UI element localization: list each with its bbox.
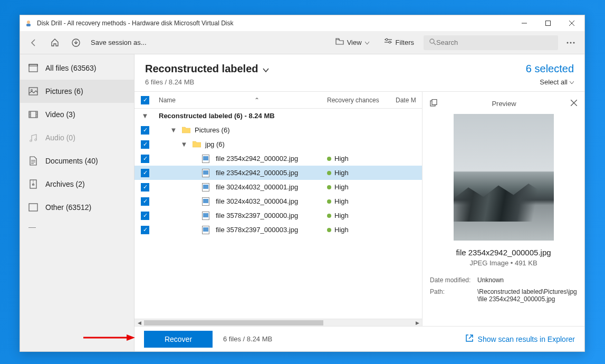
file-row[interactable]: file 3578x2397_000000.jpg High <box>135 208 422 223</box>
svg-point-11 <box>430 39 434 43</box>
status-dot-icon <box>327 228 331 232</box>
back-button[interactable] <box>25 34 42 51</box>
row-checkbox[interactable] <box>141 169 149 177</box>
svg-point-13 <box>567 42 569 43</box>
page-title[interactable]: Reconstructed labeled <box>145 63 269 75</box>
preview-pane: Preview file 2354x2942_000005.jpg JPEG I… <box>422 92 584 326</box>
svg-point-15 <box>573 42 575 43</box>
svg-rect-16 <box>29 64 37 72</box>
sidebar-item-documents[interactable]: Documents (40) <box>20 149 134 173</box>
column-name[interactable]: Name⌃ <box>156 97 327 104</box>
file-row[interactable]: file 3024x4032_000004.jpg High <box>135 194 422 208</box>
sidebar-item-label: Archives (2) <box>45 180 85 188</box>
home-button[interactable] <box>46 34 63 51</box>
sidebar-item-label: Other (63512) <box>45 203 91 212</box>
close-button[interactable] <box>560 15 583 31</box>
folder-icon <box>335 38 344 47</box>
copy-icon[interactable] <box>430 99 437 108</box>
archives-icon <box>28 179 38 189</box>
save-session-label: Save session as... <box>91 39 147 46</box>
svg-point-19 <box>31 90 33 91</box>
filters-button[interactable]: Filters <box>379 35 419 50</box>
expand-arrow-icon[interactable]: ▼ <box>180 140 188 148</box>
row-checkbox[interactable] <box>141 226 149 234</box>
selection-count: 6 selected <box>526 63 574 75</box>
row-checkbox[interactable] <box>141 183 149 191</box>
chevron-down-icon <box>263 63 269 75</box>
svg-point-8 <box>386 39 388 41</box>
select-all-checkbox[interactable] <box>141 96 149 104</box>
app-window: Disk Drill - All recovery methods - Hard… <box>20 15 585 352</box>
sidebar-item-video[interactable]: Video (3) <box>20 103 134 126</box>
audio-icon <box>28 133 38 142</box>
svg-point-14 <box>570 42 572 43</box>
svg-rect-3 <box>545 21 550 26</box>
sidebar-item-other[interactable]: Other (63512) <box>20 196 134 219</box>
row-checkbox[interactable] <box>141 212 149 220</box>
row-checkbox[interactable] <box>141 155 149 163</box>
search-input[interactable] <box>436 39 553 46</box>
page-subtitle: 6 files / 8.24 MB <box>145 78 269 86</box>
image-file-icon <box>202 212 210 220</box>
list-header: Name⌃ Recovery chances Date M <box>135 92 422 109</box>
tree-folder-row[interactable]: ▼jpg (6) <box>135 137 422 151</box>
file-row[interactable]: file 2354x2942_000002.jpg High <box>135 151 422 166</box>
scroll-left-icon[interactable]: ◀ <box>136 319 143 326</box>
app-icon <box>24 19 33 27</box>
search-icon <box>429 38 436 47</box>
status-dot-icon <box>327 214 331 218</box>
search-box[interactable] <box>424 35 558 50</box>
pictures-icon <box>28 87 38 96</box>
close-preview-button[interactable] <box>571 100 577 108</box>
image-file-icon <box>202 197 210 206</box>
sidebar-item-label: All files (63563) <box>45 64 97 72</box>
status-dot-icon <box>327 185 331 189</box>
sidebar-item-archives[interactable]: Archives (2) <box>20 173 134 196</box>
tree-root-row[interactable]: ▼ Reconstructed labeled (6) - 8.24 MB <box>135 109 422 123</box>
svg-rect-41 <box>203 170 208 175</box>
date-modified-value: Unknown <box>477 276 577 284</box>
svg-rect-51 <box>432 99 437 104</box>
column-date[interactable]: Date M <box>396 97 422 104</box>
footer: Recover 6 files / 8.24 MB Show scan resu… <box>135 326 584 351</box>
sidebar-item-label: Video (3) <box>45 110 75 119</box>
recover-button[interactable]: Recover <box>144 331 213 348</box>
documents-icon <box>28 156 38 166</box>
scroll-thumb[interactable] <box>144 320 323 325</box>
image-file-icon <box>202 155 210 163</box>
date-modified-label: Date modified: <box>430 276 477 284</box>
row-checkbox[interactable] <box>141 197 149 206</box>
all-files-icon <box>28 63 38 73</box>
horizontal-scrollbar[interactable]: ◀ ▶ <box>135 319 422 326</box>
scroll-right-icon[interactable]: ▶ <box>414 319 421 326</box>
sidebar-item-collapse[interactable]: — <box>20 219 134 235</box>
svg-rect-17 <box>29 64 37 66</box>
save-session-button[interactable] <box>68 34 84 51</box>
svg-rect-43 <box>203 185 208 189</box>
select-all-button[interactable]: Select all <box>526 78 574 86</box>
more-button[interactable] <box>562 34 579 51</box>
svg-rect-45 <box>203 199 208 203</box>
show-in-explorer-link[interactable]: Show scan results in Explorer <box>465 334 575 344</box>
sidebar-item-audio[interactable]: Audio (0) <box>20 126 134 149</box>
sidebar-item-all-files[interactable]: All files (63563) <box>20 56 134 80</box>
sidebar-item-pictures[interactable]: Pictures (6) <box>20 80 134 103</box>
file-row[interactable]: file 2354x2942_000005.jpg High <box>135 166 422 180</box>
toolbar: Save session as... View Filters <box>20 31 584 54</box>
row-checkbox[interactable] <box>141 140 149 149</box>
image-file-icon <box>202 183 210 191</box>
minimize-button[interactable] <box>512 15 536 31</box>
sidebar-item-label: Documents (40) <box>45 157 98 165</box>
maximize-button[interactable] <box>536 15 560 31</box>
file-row[interactable]: file 3578x2397_000003.jpg High <box>135 223 422 237</box>
file-row[interactable]: file 3024x4032_000001.jpg High <box>135 180 422 194</box>
svg-point-0 <box>27 21 30 24</box>
tree-folder-row[interactable]: ▼Pictures (6) <box>135 123 422 137</box>
expand-arrow-icon[interactable]: ▼ <box>169 126 178 134</box>
column-recovery[interactable]: Recovery chances <box>327 97 396 104</box>
expand-arrow-icon[interactable]: ▼ <box>141 112 149 120</box>
row-checkbox[interactable] <box>141 126 149 135</box>
view-button[interactable]: View <box>330 35 374 50</box>
status-dot-icon <box>327 171 331 175</box>
sidebar-item-label: Audio (0) <box>45 133 75 142</box>
